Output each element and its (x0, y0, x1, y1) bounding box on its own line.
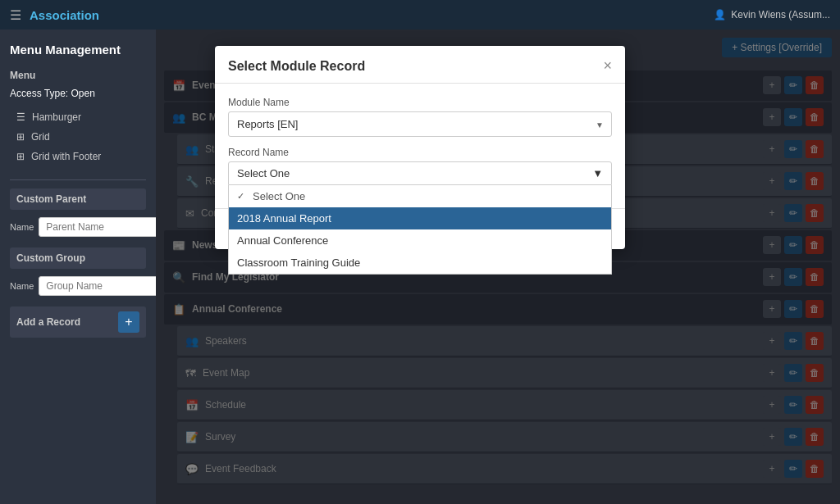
module-name-select[interactable]: Reports [EN] (228, 111, 612, 137)
module-name-select-wrapper: Reports [EN] ▼ (228, 111, 612, 137)
modal-header: Select Module Record × (215, 46, 625, 84)
divider (10, 179, 146, 180)
custom-parent-label: Custom Parent (10, 188, 146, 210)
add-record-button[interactable]: + (118, 311, 139, 333)
module-name-label: Module Name (228, 97, 612, 108)
record-name-label: Record Name (228, 147, 612, 158)
list-item[interactable]: Annual Conference (229, 229, 611, 252)
group-name-label: Name (10, 281, 34, 291)
grid-footer-icon: ⊞ (16, 151, 25, 162)
add-record-label: Add a Record (16, 316, 80, 328)
user-icon: 👤 (714, 9, 726, 20)
sidebar-item-hamburger[interactable]: ☰ Hamburger (10, 107, 146, 127)
top-nav: ☰ Association 👤 Kevin Wiens (Assum... (0, 0, 840, 30)
dropdown-arrow-icon: ▼ (592, 167, 603, 179)
access-type: Access Type: Open (10, 88, 146, 99)
module-name-group: Module Name Reports [EN] ▼ (228, 97, 612, 137)
custom-group-section: Custom Group Name + (10, 247, 146, 297)
custom-parent-field: Name + (10, 216, 146, 238)
sidebar-item-grid-footer[interactable]: ⊞ Grid with Footer (10, 147, 146, 166)
list-item[interactable]: Classroom Training Guide (229, 252, 611, 274)
sidebar: Menu Management Menu Access Type: Open ☰… (0, 30, 156, 504)
custom-group-label: Custom Group (10, 247, 146, 269)
hamburger-menu-icon: ☰ (16, 111, 25, 123)
user-name: Kevin Wiens (Assum... (731, 9, 830, 20)
grid-icon: ⊞ (16, 131, 25, 143)
custom-parent-section: Custom Parent Name + (10, 188, 146, 238)
select-module-modal: Select Module Record × Module Name Repor… (215, 46, 625, 249)
record-name-dropdown[interactable]: Select One ▼ Select One 2018 Annual Repo… (228, 161, 612, 185)
sidebar-item-grid[interactable]: ⊞ Grid (10, 127, 146, 147)
dropdown-selected-text: Select One (237, 167, 290, 179)
modal-overlay[interactable]: Select Module Record × Module Name Repor… (156, 30, 840, 504)
list-item[interactable]: Select One (229, 185, 611, 207)
list-item[interactable]: 2018 Annual Report (229, 207, 611, 229)
main-layout: Menu Management Menu Access Type: Open ☰… (0, 30, 840, 504)
modal-title: Select Module Record (228, 59, 365, 74)
nav-right: 👤 Kevin Wiens (Assum... (714, 9, 830, 20)
record-name-group: Record Name Select One ▼ Select One 2018… (228, 147, 612, 185)
dropdown-list: Select One 2018 Annual Report Annual Con… (228, 185, 612, 275)
sidebar-item-label: Hamburger (32, 111, 81, 123)
modal-body: Module Name Reports [EN] ▼ Record Name (215, 84, 625, 208)
content-area: + Settings [Override] 📅 Events + ✏ 🗑 👥 (156, 30, 840, 504)
page-title: Menu Management (10, 43, 146, 57)
sidebar-item-label: Grid (31, 131, 50, 143)
nav-left: ☰ Association (10, 7, 99, 23)
modal-close-button[interactable]: × (603, 57, 612, 75)
add-record-section[interactable]: Add a Record + (10, 306, 146, 338)
app-title: Association (30, 8, 99, 22)
menu-section-title: Menu (10, 70, 146, 81)
sidebar-item-label: Grid with Footer (31, 151, 101, 162)
menu-section: Menu Access Type: Open ☰ Hamburger ⊞ Gri… (10, 70, 146, 166)
dropdown-trigger[interactable]: Select One ▼ (228, 161, 612, 185)
name-label: Name (10, 222, 34, 232)
hamburger-icon[interactable]: ☰ (10, 7, 21, 23)
custom-group-field: Name + (10, 275, 146, 297)
